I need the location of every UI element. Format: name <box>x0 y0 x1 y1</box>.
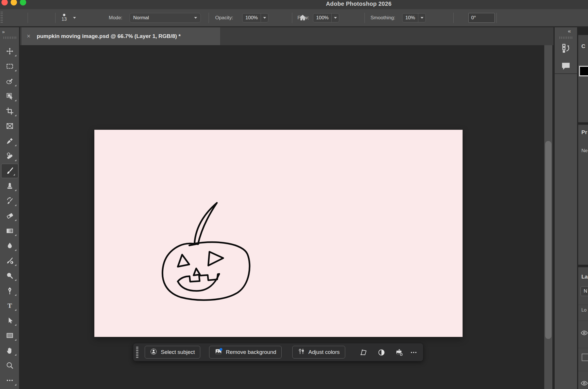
flyout-indicator <box>15 159 16 161</box>
flyout-indicator <box>15 264 16 266</box>
separator <box>453 13 454 23</box>
brush-angle-field[interactable]: 0° <box>468 9 495 26</box>
mode-label: Mode: <box>109 9 122 26</box>
svg-text:T: T <box>7 302 12 309</box>
close-window-button[interactable] <box>1 0 8 5</box>
history-brush-tool[interactable] <box>0 193 20 208</box>
frame-tool[interactable] <box>0 119 20 134</box>
foreground-color-swatch[interactable] <box>579 66 588 76</box>
flyout-indicator <box>15 219 16 221</box>
marquee-tool[interactable] <box>0 59 20 74</box>
right-panels-edge: C Pr Ne La N Lo <box>578 27 588 389</box>
options-bar-grip[interactable] <box>1 12 3 24</box>
separator <box>28 13 28 23</box>
crop-tool[interactable] <box>0 104 20 119</box>
transform-icon[interactable] <box>359 348 369 357</box>
tools-panel-grip[interactable] <box>3 37 16 39</box>
minimize-window-button[interactable] <box>11 0 17 5</box>
task-bar-drag-handle[interactable] <box>136 347 138 358</box>
divider <box>578 371 588 371</box>
photoshop-window: Adobe Photoshop 2026 13 Mode: Normal <box>0 0 588 389</box>
document-tab[interactable]: × pumpkin moving image.psd @ 66.7% (Laye… <box>22 27 220 45</box>
blend-mode-dropdown[interactable]: N <box>581 286 588 296</box>
canvas-viewport[interactable]: Select subject Remove background Adjust … <box>20 45 553 389</box>
selection-brush-tool[interactable] <box>0 74 20 89</box>
flyout-indicator <box>15 324 16 326</box>
opacity-field[interactable]: 100% <box>242 9 268 26</box>
flyout-indicator <box>15 234 16 236</box>
close-tab-icon[interactable]: × <box>27 33 30 40</box>
blur-tool[interactable] <box>0 238 20 253</box>
adjust-colors-label: Adjust colors <box>308 349 340 355</box>
eyedropper-tool[interactable] <box>0 134 20 148</box>
brush-tool[interactable] <box>1 164 18 178</box>
path-select-tool[interactable] <box>0 313 20 328</box>
more-options-icon[interactable] <box>409 348 419 357</box>
mode-value: Normal <box>133 15 149 21</box>
more-tools-button[interactable] <box>0 373 20 388</box>
layer-visibility-eye-icon[interactable] <box>581 380 588 388</box>
dodge-tool[interactable] <box>0 268 20 283</box>
vertical-scrollbar-track[interactable] <box>544 45 552 389</box>
document-canvas[interactable] <box>94 130 463 337</box>
flyout-indicator <box>15 70 16 71</box>
vertical-scrollbar-thumb[interactable] <box>545 141 551 339</box>
expand-tools-chevron[interactable]: » <box>2 29 4 35</box>
contrast-icon[interactable] <box>377 348 386 357</box>
object-selection-tool[interactable] <box>0 89 20 104</box>
rectangle-tool[interactable] <box>0 328 20 343</box>
collapse-panels-chevron[interactable]: « <box>568 28 570 34</box>
properties-panel-title: Pr <box>581 129 587 136</box>
pen-tool[interactable] <box>0 283 20 298</box>
opacity-label: Opacity: <box>215 9 233 26</box>
zoom-tool[interactable] <box>0 358 20 373</box>
history-panel-icon[interactable] <box>555 42 577 54</box>
add-image-icon[interactable] <box>394 348 404 357</box>
document-tab-bar: × pumpkin moving image.psd @ 66.7% (Laye… <box>20 27 553 45</box>
flyout-indicator <box>15 189 16 191</box>
smoothing-label: Smoothing: <box>371 9 395 26</box>
type-tool[interactable]: T <box>0 298 20 313</box>
chevron-down-icon <box>194 17 197 19</box>
flow-field[interactable]: 100% <box>313 9 339 26</box>
flyout-indicator <box>15 55 16 56</box>
clone-stamp-tool[interactable] <box>0 178 20 193</box>
separator <box>497 13 497 23</box>
adjust-colors-button[interactable]: Adjust colors <box>292 346 345 359</box>
gradient-tool[interactable] <box>0 223 20 238</box>
document-tab-label: pumpkin moving image.psd @ 66.7% (Layer … <box>37 33 181 39</box>
chevron-down-icon[interactable] <box>418 14 425 22</box>
move-tool[interactable] <box>0 44 20 59</box>
eraser-tool[interactable] <box>0 208 20 223</box>
select-subject-button[interactable]: Select subject <box>145 346 200 359</box>
angle-value: 0° <box>471 15 476 21</box>
spot-healing-tool[interactable] <box>0 148 20 163</box>
separator <box>55 13 56 23</box>
brush-size-preview[interactable]: 13 <box>62 9 76 26</box>
separator <box>364 13 365 23</box>
flyout-indicator <box>15 204 16 206</box>
brush-size-value: 13 <box>62 17 67 22</box>
comments-panel-icon[interactable] <box>555 61 577 72</box>
mixer-brush-tool[interactable] <box>0 253 20 268</box>
zoom-window-button[interactable] <box>20 0 26 5</box>
pumpkin-drawing <box>94 130 463 337</box>
chevron-down-icon[interactable] <box>331 14 339 22</box>
remove-background-button[interactable]: Remove background <box>209 346 282 359</box>
mode-dropdown[interactable]: Normal <box>129 9 201 26</box>
hand-tool[interactable] <box>0 343 20 358</box>
collapsed-panels-strip: « <box>555 27 577 389</box>
layers-panel-title: La <box>581 274 588 280</box>
flyout-indicator <box>15 85 16 86</box>
app-title: Adobe Photoshop 2026 <box>326 1 392 7</box>
flyout-indicator <box>15 100 16 101</box>
blend-mode-value: N <box>584 288 587 294</box>
title-bar: Adobe Photoshop 2026 <box>0 0 588 9</box>
chevron-down-icon[interactable] <box>261 14 268 22</box>
smoothing-field[interactable]: 10% <box>402 9 426 26</box>
layer-thumbnail-fragment[interactable] <box>582 354 588 361</box>
separator <box>292 13 292 23</box>
layer-visibility-eye-icon[interactable] <box>581 329 588 338</box>
panel-grip[interactable] <box>560 37 572 39</box>
flyout-indicator <box>15 354 16 356</box>
